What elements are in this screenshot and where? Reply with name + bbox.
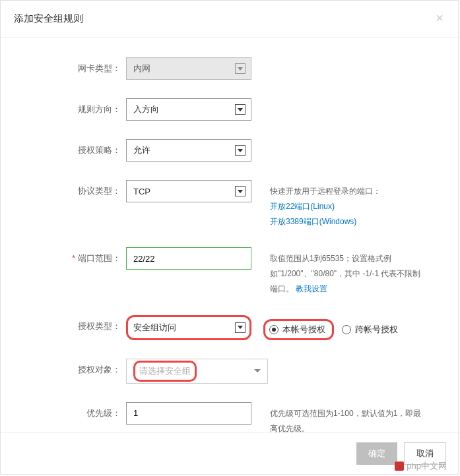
select-auth-policy-value: 允许	[133, 144, 150, 156]
auth-object-placeholder: 请选择安全组	[133, 361, 197, 382]
radio-cross-account-label: 跨帐号授权	[355, 324, 398, 336]
row-auth-object: 授权对象： 请选择安全组	[1, 359, 458, 384]
label-nic-type: 网卡类型：	[53, 57, 126, 74]
link-teach-setting[interactable]: 教我设置	[296, 284, 327, 293]
radio-group-auth-scope: 本帐号授权 跨帐号授权	[263, 315, 406, 340]
link-open-3389[interactable]: 开放3389端口(Windows)	[270, 214, 422, 229]
label-priority: 优先级：	[53, 402, 126, 419]
hint-port-text: 取值范围从1到65535；设置格式例如"1/200"、"80/80"，其中 -1…	[270, 254, 420, 293]
label-port-range: *端口范围：	[53, 247, 126, 264]
radio-icon	[342, 325, 351, 334]
close-icon[interactable]: ×	[433, 11, 446, 24]
select-nic-type-value: 内网	[133, 63, 150, 74]
watermark-logo-icon	[395, 461, 404, 471]
select-rule-direction[interactable]: 入方向	[126, 98, 251, 121]
label-rule-direction: 规则方向：	[53, 98, 126, 115]
hint-protocol-type: 快速开放用于远程登录的端口： 开放22端口(Linux) 开放3389端口(Wi…	[270, 180, 422, 229]
row-priority: 优先级： 优先级可选范围为1-100，默认值为1，即最高优先级。	[1, 402, 458, 436]
radio-cross-account[interactable]: 跨帐号授权	[342, 324, 398, 336]
input-priority[interactable]	[126, 402, 251, 425]
select-auth-type-value: 安全组访问	[133, 322, 176, 334]
watermark: php中文网	[395, 460, 447, 472]
row-protocol-type: 协议类型： TCP 快速开放用于远程登录的端口： 开放22端口(Linux) 开…	[1, 180, 458, 229]
chevron-down-icon	[235, 145, 246, 156]
chevron-down-icon	[235, 104, 246, 115]
radio-this-account[interactable]: 本帐号授权	[263, 319, 334, 340]
dialog-header: 添加安全组规则 ×	[1, 1, 458, 38]
chevron-down-icon	[235, 63, 246, 74]
form-body: 网卡类型： 内网 规则方向： 入方向 授权策略： 允许	[1, 38, 458, 436]
watermark-text: php中文网	[407, 460, 447, 472]
select-rule-direction-value: 入方向	[133, 104, 159, 115]
label-auth-object: 授权对象：	[53, 359, 126, 376]
hint-protocol-title: 快速开放用于远程登录的端口：	[270, 184, 422, 199]
link-open-22[interactable]: 开放22端口(Linux)	[270, 199, 422, 214]
hint-priority: 优先级可选范围为1-100，默认值为1，即最高优先级。	[270, 402, 422, 436]
label-protocol-type: 协议类型：	[53, 180, 126, 197]
row-auth-policy: 授权策略： 允许	[1, 139, 458, 162]
row-port-range: *端口范围： 取值范围从1到65535；设置格式例如"1/200"、"80/80…	[1, 247, 458, 296]
select-nic-type[interactable]: 内网	[126, 57, 251, 80]
dialog-footer: 确定 取消	[1, 432, 458, 474]
required-icon: *	[72, 253, 75, 263]
radio-this-account-label: 本帐号授权	[282, 324, 325, 336]
select-auth-policy[interactable]: 允许	[126, 139, 251, 162]
hint-port-range: 取值范围从1到65535；设置格式例如"1/200"、"80/80"，其中 -1…	[270, 247, 422, 296]
add-security-rule-dialog: 添加安全组规则 × 网卡类型： 内网 规则方向： 入方向 授权策略：	[0, 0, 459, 475]
chevron-down-icon	[254, 369, 261, 372]
label-auth-type: 授权类型：	[53, 315, 126, 332]
chevron-down-icon	[235, 186, 246, 196]
row-nic-type: 网卡类型： 内网	[1, 57, 458, 80]
confirm-button[interactable]: 确定	[356, 442, 397, 465]
label-auth-policy: 授权策略：	[53, 139, 126, 156]
select-auth-type[interactable]: 安全组访问	[126, 315, 251, 340]
dialog-title: 添加安全组规则	[14, 13, 445, 25]
chevron-down-icon	[235, 322, 246, 333]
row-rule-direction: 规则方向： 入方向	[1, 98, 458, 121]
input-port-range[interactable]	[126, 247, 251, 270]
select-auth-object[interactable]: 请选择安全组	[126, 359, 268, 384]
select-protocol-type[interactable]: TCP	[126, 180, 251, 202]
radio-icon	[269, 325, 279, 334]
select-protocol-type-value: TCP	[133, 187, 150, 196]
row-auth-type: 授权类型： 安全组访问 本帐号授权 跨帐号授权	[1, 315, 458, 340]
